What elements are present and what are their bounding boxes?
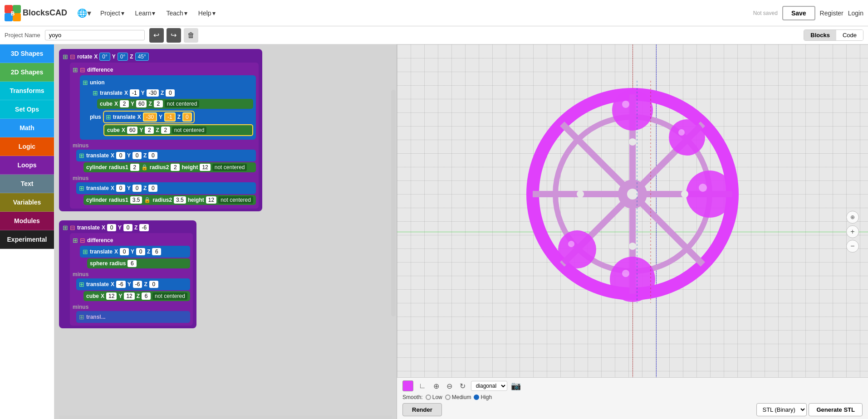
nav-learn[interactable]: Learn ▾ — [132, 8, 159, 19]
cube2-y[interactable]: 2 — [145, 127, 154, 134]
sidebar-item-variables[interactable]: Variables — [0, 193, 54, 212]
globe-button[interactable]: 🌐▾ — [75, 6, 93, 20]
inner-translate-y[interactable]: 0 — [136, 248, 145, 255]
translate-outer-minus-icon[interactable]: ⊟ — [70, 224, 75, 231]
sidebar-item-experimental[interactable]: Experimental — [0, 230, 54, 249]
lock2-icon[interactable]: 🔒 — [144, 197, 151, 203]
translate2-plus-icon[interactable]: ⊞ — [106, 113, 111, 121]
smooth-medium-radio[interactable] — [445, 395, 451, 400]
cyl2-r2[interactable]: 3.5 — [174, 196, 186, 204]
lock1-icon[interactable]: 🔒 — [141, 164, 148, 171]
sidebar-item-logic[interactable]: Logic — [0, 137, 54, 156]
workspace-hscrollbar[interactable] — [59, 415, 392, 419]
sidebar-item-2dshapes[interactable]: 2D Shapes — [0, 63, 54, 82]
cyl1-centered[interactable]: not centered — [212, 164, 247, 171]
cyl1-r1[interactable]: 2 — [130, 164, 139, 171]
translate1-x[interactable]: -1 — [130, 89, 139, 97]
sidebar-item-text[interactable]: Text — [0, 175, 54, 193]
stl-format-dropdown[interactable]: STL (Binary) — [756, 403, 807, 416]
view-mode-dropdown[interactable]: diagonal — [471, 381, 507, 391]
smooth-high-radio[interactable] — [474, 395, 479, 400]
register-button[interactable]: Register — [820, 10, 843, 17]
sidebar-item-modules[interactable]: Modules — [0, 212, 54, 230]
minus-translate-x[interactable]: -6 — [116, 281, 126, 288]
cube1-z[interactable]: 2 — [154, 100, 163, 107]
zoom-out-tool-button[interactable]: ⊖ — [445, 381, 454, 391]
render-button[interactable]: Render — [402, 403, 442, 416]
camera-button[interactable]: 📷 — [511, 381, 521, 391]
undo-button[interactable]: ↩ — [149, 28, 164, 43]
inner-translate-z[interactable]: 6 — [152, 248, 161, 255]
sidebar-item-setops[interactable]: Set Ops — [0, 100, 54, 119]
cyl1-r2[interactable]: 2 — [171, 164, 180, 171]
minus-translate-z[interactable]: 0 — [149, 281, 158, 288]
rotate-x-val[interactable]: 0° — [99, 53, 110, 61]
sidebar-item-math[interactable]: Math — [0, 119, 54, 137]
nav-teach[interactable]: Teach ▾ — [162, 8, 191, 19]
generate-stl-button[interactable]: Generate STL — [809, 403, 863, 416]
cyl2-centered[interactable]: not centered — [218, 196, 253, 204]
sidebar-item-3dshapes[interactable]: 3D Shapes — [0, 44, 54, 63]
cube2-x[interactable]: 60 — [127, 127, 137, 134]
cube1-y[interactable]: 60 — [136, 100, 147, 107]
login-button[interactable]: Login — [848, 10, 863, 17]
redo-button[interactable]: ↪ — [167, 28, 181, 43]
rotate-z-val[interactable]: 45° — [135, 53, 149, 61]
cube1-centered[interactable]: not centered — [165, 100, 200, 107]
cyl2-h[interactable]: 12 — [206, 196, 216, 204]
cube1-x[interactable]: 2 — [120, 100, 129, 107]
rotate-y-val[interactable]: 0° — [118, 53, 128, 61]
minus-cube-centered[interactable]: not centered — [152, 292, 187, 300]
workspace[interactable]: ⊞ ⊟ rotate X 0° Y 0° Z 45° ⊞ ⊟ differenc… — [54, 44, 397, 419]
smooth-high-option[interactable]: High — [474, 394, 492, 400]
cube2-centered[interactable]: not centered — [172, 127, 207, 134]
cyl1-h[interactable]: 12 — [200, 164, 210, 171]
translate3-z[interactable]: 0 — [148, 152, 157, 159]
code-toggle-button[interactable]: Code — [836, 30, 863, 40]
minus-translate-y[interactable]: -6 — [133, 281, 142, 288]
save-button[interactable]: Save — [782, 6, 815, 20]
workspace-scrollbar[interactable] — [391, 90, 396, 317]
zoom-in-button[interactable]: + — [846, 225, 859, 238]
delete-button[interactable]: 🗑 — [184, 28, 198, 43]
translate3-y[interactable]: 0 — [132, 152, 142, 159]
translate-outer-y[interactable]: 0 — [123, 224, 132, 231]
translate1-z[interactable]: 0 — [166, 89, 175, 97]
difference-plus-icon[interactable]: ⊞ — [73, 66, 78, 73]
zoom-in-tool-button[interactable]: ⊕ — [432, 381, 441, 391]
translate4-x[interactable]: 0 — [116, 185, 125, 192]
inner-translate-x[interactable]: 0 — [120, 248, 129, 255]
translate1-plus-icon[interactable]: ⊞ — [93, 89, 98, 97]
translate3-x[interactable]: 0 — [116, 152, 125, 159]
smooth-medium-option[interactable]: Medium — [445, 394, 471, 400]
smooth-low-radio[interactable] — [426, 395, 431, 400]
angle-tool-button[interactable]: ∟ — [417, 381, 428, 391]
translate2-z[interactable]: 0 — [182, 112, 192, 122]
zoom-out-button[interactable]: − — [846, 240, 859, 253]
difference2-plus-icon[interactable]: ⊞ — [73, 237, 78, 244]
project-name-input[interactable] — [45, 30, 145, 40]
cyl2-r1[interactable]: 3.5 — [130, 196, 142, 204]
translate2-x[interactable]: -30 — [143, 112, 157, 122]
union-plus-icon[interactable]: ⊞ — [83, 79, 88, 86]
viewport[interactable]: ⊕ + − ∟ ⊕ ⊖ ↻ diagonal 📷 Smooth: Lo — [397, 44, 868, 419]
minus-cube-x[interactable]: 12 — [106, 292, 117, 300]
nav-project[interactable]: Project▾ — [97, 8, 128, 19]
sidebar-item-transforms[interactable]: Transforms — [0, 82, 54, 100]
minus-cube-z[interactable]: 6 — [142, 292, 151, 300]
color-picker-button[interactable] — [402, 380, 413, 391]
smooth-low-option[interactable]: Low — [426, 394, 442, 400]
sphere-radius-val[interactable]: 6 — [128, 260, 137, 267]
translate-outer-z[interactable]: -6 — [139, 224, 149, 231]
translate-outer-plus-icon[interactable]: ⊞ — [63, 224, 68, 231]
nav-help[interactable]: Help▾ — [195, 8, 219, 19]
blocks-toggle-button[interactable]: Blocks — [804, 30, 836, 40]
minus-cube-y[interactable]: 12 — [124, 292, 134, 300]
translate2-y[interactable]: -1 — [164, 112, 176, 122]
center-view-button[interactable]: ⊕ — [846, 211, 859, 224]
rotate-plus-icon[interactable]: ⊞ — [63, 53, 68, 60]
rotate-minus-icon[interactable]: ⊟ — [70, 53, 75, 60]
difference2-minus-icon[interactable]: ⊟ — [80, 237, 85, 244]
translate4-z[interactable]: 0 — [148, 185, 157, 192]
translate4-y[interactable]: 0 — [132, 185, 142, 192]
